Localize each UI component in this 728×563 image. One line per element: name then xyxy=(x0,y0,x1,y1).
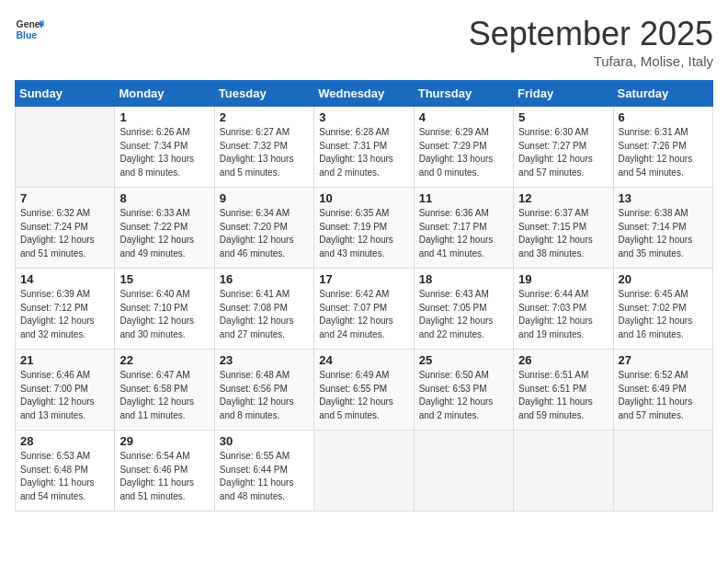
calendar-cell: 13Sunrise: 6:38 AM Sunset: 7:14 PM Dayli… xyxy=(613,188,712,269)
calendar-cell: 28Sunrise: 6:53 AM Sunset: 6:48 PM Dayli… xyxy=(16,431,115,511)
day-info: Sunrise: 6:47 AM Sunset: 6:58 PM Dayligh… xyxy=(119,369,209,422)
day-info: Sunrise: 6:38 AM Sunset: 7:14 PM Dayligh… xyxy=(619,207,708,260)
day-number: 15 xyxy=(119,272,209,286)
day-info: Sunrise: 6:43 AM Sunset: 7:05 PM Dayligh… xyxy=(419,288,508,341)
day-number: 2 xyxy=(220,110,309,124)
day-info: Sunrise: 6:49 AM Sunset: 6:55 PM Dayligh… xyxy=(319,369,408,422)
day-info: Sunrise: 6:35 AM Sunset: 7:19 PM Dayligh… xyxy=(319,207,408,260)
calendar-cell: 30Sunrise: 6:55 AM Sunset: 6:44 PM Dayli… xyxy=(214,431,313,511)
day-number: 18 xyxy=(419,272,508,286)
calendar-cell: 25Sunrise: 6:50 AM Sunset: 6:53 PM Dayli… xyxy=(414,350,513,431)
weekday-header-tuesday: Tuesday xyxy=(214,81,313,107)
weekday-header-saturday: Saturday xyxy=(613,81,712,107)
calendar-cell: 17Sunrise: 6:42 AM Sunset: 7:07 PM Dayli… xyxy=(314,269,414,350)
day-info: Sunrise: 6:44 AM Sunset: 7:03 PM Dayligh… xyxy=(518,288,608,341)
calendar-cell: 7Sunrise: 6:32 AM Sunset: 7:24 PM Daylig… xyxy=(16,188,115,269)
calendar-cell: 9Sunrise: 6:34 AM Sunset: 7:20 PM Daylig… xyxy=(214,188,313,269)
calendar-cell: 27Sunrise: 6:52 AM Sunset: 6:49 PM Dayli… xyxy=(613,350,712,431)
weekday-header-monday: Monday xyxy=(115,81,214,107)
calendar-cell: 10Sunrise: 6:35 AM Sunset: 7:19 PM Dayli… xyxy=(314,188,414,269)
day-info: Sunrise: 6:50 AM Sunset: 6:53 PM Dayligh… xyxy=(419,369,508,422)
day-info: Sunrise: 6:42 AM Sunset: 7:07 PM Dayligh… xyxy=(319,288,408,341)
day-number: 22 xyxy=(119,353,209,367)
day-info: Sunrise: 6:40 AM Sunset: 7:10 PM Dayligh… xyxy=(119,288,209,341)
day-number: 14 xyxy=(20,272,109,286)
page-header: General Blue September 2025 Tufara, Moli… xyxy=(15,15,713,69)
day-number: 10 xyxy=(319,191,408,205)
week-row-1: 1Sunrise: 6:26 AM Sunset: 7:34 PM Daylig… xyxy=(16,107,713,188)
day-info: Sunrise: 6:53 AM Sunset: 6:48 PM Dayligh… xyxy=(20,450,109,503)
logo: General Blue xyxy=(15,15,44,44)
month-title: September 2025 xyxy=(469,15,713,53)
day-info: Sunrise: 6:55 AM Sunset: 6:44 PM Dayligh… xyxy=(220,450,309,503)
calendar-cell: 22Sunrise: 6:47 AM Sunset: 6:58 PM Dayli… xyxy=(115,350,214,431)
day-info: Sunrise: 6:29 AM Sunset: 7:29 PM Dayligh… xyxy=(419,126,508,179)
logo-icon: General Blue xyxy=(15,15,44,44)
day-number: 28 xyxy=(20,434,109,448)
day-number: 7 xyxy=(20,191,109,205)
day-number: 9 xyxy=(220,191,309,205)
weekday-header-thursday: Thursday xyxy=(414,81,513,107)
weekday-header-friday: Friday xyxy=(514,81,613,107)
calendar-cell: 19Sunrise: 6:44 AM Sunset: 7:03 PM Dayli… xyxy=(514,269,613,350)
day-number: 16 xyxy=(220,272,309,286)
day-number: 17 xyxy=(319,272,408,286)
week-row-4: 21Sunrise: 6:46 AM Sunset: 7:00 PM Dayli… xyxy=(16,350,713,431)
day-info: Sunrise: 6:39 AM Sunset: 7:12 PM Dayligh… xyxy=(20,288,109,341)
day-info: Sunrise: 6:33 AM Sunset: 7:22 PM Dayligh… xyxy=(119,207,209,260)
calendar-cell xyxy=(414,431,513,511)
day-number: 29 xyxy=(119,434,209,448)
calendar-cell xyxy=(514,431,613,511)
calendar-cell: 16Sunrise: 6:41 AM Sunset: 7:08 PM Dayli… xyxy=(214,269,313,350)
calendar-cell: 12Sunrise: 6:37 AM Sunset: 7:15 PM Dayli… xyxy=(514,188,613,269)
day-number: 30 xyxy=(220,434,309,448)
day-number: 13 xyxy=(619,191,708,205)
day-info: Sunrise: 6:31 AM Sunset: 7:26 PM Dayligh… xyxy=(619,126,708,179)
calendar-cell xyxy=(314,431,414,511)
calendar-table: SundayMondayTuesdayWednesdayThursdayFrid… xyxy=(15,80,713,511)
calendar-cell: 26Sunrise: 6:51 AM Sunset: 6:51 PM Dayli… xyxy=(514,350,613,431)
calendar-cell: 4Sunrise: 6:29 AM Sunset: 7:29 PM Daylig… xyxy=(414,107,513,188)
day-number: 11 xyxy=(419,191,508,205)
calendar-cell xyxy=(613,431,712,511)
calendar-cell: 1Sunrise: 6:26 AM Sunset: 7:34 PM Daylig… xyxy=(115,107,214,188)
weekday-header-row: SundayMondayTuesdayWednesdayThursdayFrid… xyxy=(16,81,713,107)
day-info: Sunrise: 6:26 AM Sunset: 7:34 PM Dayligh… xyxy=(119,126,209,179)
calendar-cell: 29Sunrise: 6:54 AM Sunset: 6:46 PM Dayli… xyxy=(115,431,214,511)
day-number: 21 xyxy=(20,353,109,367)
day-number: 24 xyxy=(319,353,408,367)
week-row-5: 28Sunrise: 6:53 AM Sunset: 6:48 PM Dayli… xyxy=(16,431,713,511)
day-info: Sunrise: 6:36 AM Sunset: 7:17 PM Dayligh… xyxy=(419,207,508,260)
week-row-3: 14Sunrise: 6:39 AM Sunset: 7:12 PM Dayli… xyxy=(16,269,713,350)
calendar-cell xyxy=(16,107,115,188)
day-info: Sunrise: 6:34 AM Sunset: 7:20 PM Dayligh… xyxy=(220,207,309,260)
calendar-cell: 18Sunrise: 6:43 AM Sunset: 7:05 PM Dayli… xyxy=(414,269,513,350)
day-info: Sunrise: 6:51 AM Sunset: 6:51 PM Dayligh… xyxy=(518,369,608,422)
calendar-cell: 23Sunrise: 6:48 AM Sunset: 6:56 PM Dayli… xyxy=(214,350,313,431)
svg-text:Blue: Blue xyxy=(17,30,38,40)
calendar-cell: 5Sunrise: 6:30 AM Sunset: 7:27 PM Daylig… xyxy=(514,107,613,188)
day-info: Sunrise: 6:32 AM Sunset: 7:24 PM Dayligh… xyxy=(20,207,109,260)
day-number: 27 xyxy=(619,353,708,367)
day-info: Sunrise: 6:52 AM Sunset: 6:49 PM Dayligh… xyxy=(619,369,708,422)
day-number: 26 xyxy=(518,353,608,367)
day-number: 3 xyxy=(319,110,408,124)
calendar-cell: 15Sunrise: 6:40 AM Sunset: 7:10 PM Dayli… xyxy=(115,269,214,350)
day-number: 1 xyxy=(119,110,209,124)
calendar-cell: 2Sunrise: 6:27 AM Sunset: 7:32 PM Daylig… xyxy=(214,107,313,188)
calendar-cell: 8Sunrise: 6:33 AM Sunset: 7:22 PM Daylig… xyxy=(115,188,214,269)
day-number: 25 xyxy=(419,353,508,367)
day-info: Sunrise: 6:37 AM Sunset: 7:15 PM Dayligh… xyxy=(518,207,608,260)
week-row-2: 7Sunrise: 6:32 AM Sunset: 7:24 PM Daylig… xyxy=(16,188,713,269)
calendar-cell: 6Sunrise: 6:31 AM Sunset: 7:26 PM Daylig… xyxy=(613,107,712,188)
day-number: 5 xyxy=(518,110,608,124)
calendar-cell: 21Sunrise: 6:46 AM Sunset: 7:00 PM Dayli… xyxy=(16,350,115,431)
day-number: 4 xyxy=(419,110,508,124)
day-info: Sunrise: 6:30 AM Sunset: 7:27 PM Dayligh… xyxy=(518,126,608,179)
day-info: Sunrise: 6:48 AM Sunset: 6:56 PM Dayligh… xyxy=(220,369,309,422)
calendar-cell: 11Sunrise: 6:36 AM Sunset: 7:17 PM Dayli… xyxy=(414,188,513,269)
day-info: Sunrise: 6:41 AM Sunset: 7:08 PM Dayligh… xyxy=(220,288,309,341)
title-block: September 2025 Tufara, Molise, Italy xyxy=(469,15,713,69)
day-number: 20 xyxy=(619,272,708,286)
day-info: Sunrise: 6:46 AM Sunset: 7:00 PM Dayligh… xyxy=(20,369,109,422)
